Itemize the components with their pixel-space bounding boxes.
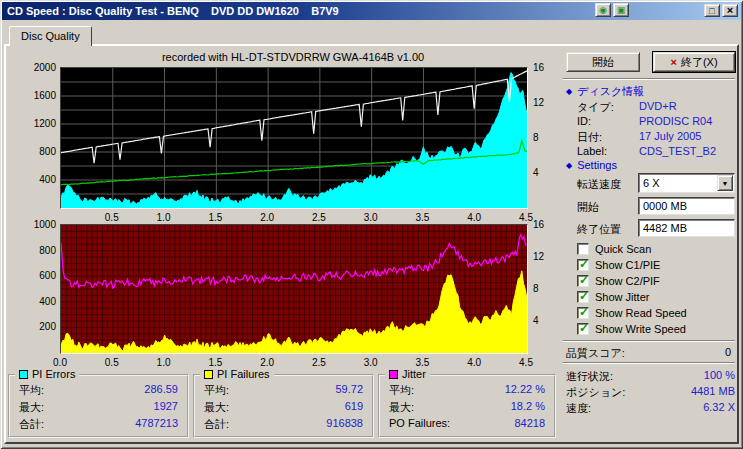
stat-row: 合計:4787213 — [19, 417, 178, 432]
toolbar-green-icon-1[interactable]: ◉ — [595, 3, 611, 17]
checkbox-show-jitter[interactable]: Show Jitter — [577, 290, 649, 304]
checkbox-show-write-speed[interactable]: Show Write Speed — [577, 322, 686, 336]
end-position-field[interactable]: 4482 MB — [638, 219, 735, 237]
diamond-icon: ◆ — [566, 87, 572, 96]
quality-score-label: 品質スコア: — [566, 346, 625, 361]
speed-value: 6.32 X — [703, 401, 735, 413]
pi-errors-stats-box: PI Errors 平均:286.59 最大:1927 合計:4787213 — [8, 374, 189, 438]
pi-failures-swatch — [204, 370, 213, 379]
checkbox-box[interactable] — [577, 323, 589, 335]
title-bar[interactable]: CD Speed : Disc Quality Test - BENQ DVD … — [2, 2, 741, 20]
diamond-icon: ◆ — [566, 161, 572, 170]
chevron-down-icon[interactable]: ▼ — [717, 175, 733, 191]
jitter-stats-box: Jitter 平均:12.22 % 最大:18.2 % PO Failures:… — [378, 374, 556, 438]
speed-select-value: 6 X — [643, 177, 660, 189]
exit-button-label: 終了(X) — [681, 55, 718, 70]
separator — [563, 340, 735, 342]
disc-info-row: タイプ:DVD+R — [577, 100, 735, 113]
stat-row: 平均:286.59 — [19, 383, 178, 398]
start-button[interactable]: 開始 — [566, 52, 640, 72]
stat-row: 最大:619 — [204, 400, 363, 415]
start-position-field[interactable]: 0000 MB — [638, 197, 735, 215]
pi-failures-stats-box: PI Failures 平均:59.72 最大:619 合計:916838 — [193, 374, 374, 438]
checkbox-quick-scan[interactable]: Quick Scan — [577, 242, 651, 256]
stat-row: 合計:916838 — [204, 417, 363, 432]
pi-failures-legend-label: PI Failures — [217, 368, 270, 380]
transfer-speed-label: 転送速度 — [577, 177, 621, 192]
checkbox-box[interactable] — [577, 243, 589, 255]
disc-info-row: ID:PRODISC R04 — [577, 115, 735, 128]
tab-disc-quality[interactable]: Disc Quality — [9, 26, 92, 46]
exit-button[interactable]: × 終了(X) — [653, 52, 735, 72]
jitter-swatch — [389, 370, 398, 379]
jitter-legend: Jitter — [385, 367, 430, 381]
pi-errors-x-axis: 0.51.01.52.02.53.03.54.04.5 — [60, 212, 528, 224]
toolbar-green-icon-2[interactable]: ▣ — [613, 3, 629, 17]
pi-errors-legend: PI Errors — [15, 367, 79, 381]
checkbox-label: Show Read Speed — [595, 307, 687, 319]
pi-failures-chart-plot — [60, 224, 528, 354]
checkbox-box[interactable] — [577, 307, 589, 319]
exit-icon: × — [670, 56, 676, 68]
pi-failures-x-axis: 0.00.51.01.52.02.53.03.54.04.5 — [60, 357, 528, 369]
position-row: ポジション:4481 MB — [566, 385, 735, 398]
stat-row: 最大:1927 — [19, 400, 178, 415]
checkbox-box[interactable] — [577, 291, 589, 303]
disc-info-row: 日付:17 July 2005 — [577, 130, 735, 143]
pi-errors-y-axis-left: 200016001200800400 — [26, 67, 58, 225]
pi-errors-chart: 200016001200800400 161284 0.51.01.52.02.… — [26, 67, 554, 225]
jitter-legend-label: Jitter — [402, 368, 426, 380]
checkbox-label: Show C1/PIE — [595, 259, 660, 271]
speed-row: 速度:6.32 X — [566, 401, 735, 414]
window-restore-button[interactable]: □ — [704, 4, 720, 17]
separator — [563, 362, 735, 364]
stat-row: 平均:59.72 — [204, 383, 363, 398]
checkbox-box[interactable] — [577, 259, 589, 271]
close-button[interactable]: × — [722, 4, 738, 17]
start-position-label: 開始 — [577, 200, 599, 215]
pi-errors-legend-label: PI Errors — [32, 368, 75, 380]
quality-score-row: 品質スコア: 0 — [566, 346, 731, 359]
app-window: CD Speed : Disc Quality Test - BENQ DVD … — [0, 0, 743, 449]
pi-errors-swatch — [19, 370, 28, 379]
start-button-label: 開始 — [592, 55, 614, 70]
position-value: 4481 MB — [691, 385, 735, 397]
separator — [563, 78, 735, 80]
speed-select[interactable]: 6 X ▼ — [638, 173, 735, 193]
checkbox-label: Show C2/PIF — [595, 275, 660, 287]
progress-value: 100 % — [704, 369, 735, 381]
pi-failures-y-axis-left: 1000800600400200 — [26, 224, 58, 370]
checkbox-label: Quick Scan — [595, 243, 651, 255]
settings-header-label: Settings — [577, 159, 617, 171]
disc-info-header-label: ディスク情報 — [577, 84, 644, 99]
progress-row: 進行状況:100 % — [566, 369, 735, 382]
checkbox-label: Show Write Speed — [595, 323, 686, 335]
checkbox-label: Show Jitter — [595, 291, 649, 303]
stat-row: 平均:12.22 % — [389, 383, 545, 398]
disc-info-header: ◆ ディスク情報 — [566, 84, 644, 99]
checkbox-box[interactable] — [577, 275, 589, 287]
pi-failures-y-axis-right: 161284 — [531, 224, 553, 370]
pi-errors-chart-plot — [60, 67, 528, 209]
quality-score-value: 0 — [725, 346, 731, 358]
checkbox-show-c2-pif[interactable]: Show C2/PIF — [577, 274, 660, 288]
stat-row: 最大:18.2 % — [389, 400, 545, 415]
window-title: CD Speed : Disc Quality Test - BENQ DVD … — [7, 5, 339, 17]
pi-errors-y-axis-right: 161284 — [531, 67, 553, 225]
chart-title: recorded with HL-DT-STDVDRRW GWA-4164B v… — [60, 51, 526, 63]
stat-row: PO Failures:84218 — [389, 417, 545, 432]
pi-failures-chart: 1000800600400200 161284 0.00.51.01.52.02… — [26, 224, 554, 370]
end-position-label: 終了位置 — [577, 222, 621, 237]
checkbox-show-read-speed[interactable]: Show Read Speed — [577, 306, 687, 320]
settings-header: ◆ Settings — [566, 159, 617, 171]
disc-info-row: Label:CDS_TEST_B2 — [577, 145, 735, 158]
checkbox-show-c1-pie[interactable]: Show C1/PIE — [577, 258, 660, 272]
pi-failures-legend: PI Failures — [200, 367, 274, 381]
